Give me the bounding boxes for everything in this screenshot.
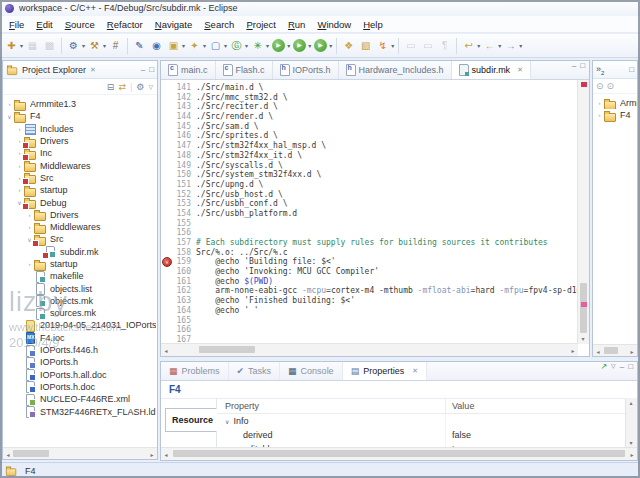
code-line-165[interactable]: 165 [161, 316, 578, 326]
collapsed-arrow-icon[interactable]: › [15, 163, 24, 169]
code-line-151[interactable]: 151./Src/upng.d \ [161, 180, 578, 190]
tree-item-f4[interactable]: ∨F4 [3, 110, 156, 122]
open-in-new-window-button[interactable]: ↗ [600, 362, 607, 380]
scroll-right-icon[interactable]: ▸ [568, 346, 578, 356]
tree-item-nucleo-f446re-xml[interactable]: NUCLEO-F446RE.xml [3, 393, 156, 405]
explorer-horizontal-scrollbar[interactable]: ◂ ▸ [3, 447, 157, 459]
tree-item-sources-mk[interactable]: sources.mk [3, 307, 156, 319]
prev-annotation-button[interactable]: ▭ [419, 36, 436, 56]
code-line-161[interactable]: 161 @echo $(PWD) [161, 277, 578, 287]
collapsed-arrow-icon[interactable]: › [595, 100, 604, 106]
editor-tab-ioports-h[interactable]: hIOPorts.h [273, 61, 339, 79]
tree-item-src[interactable]: ∨Src [3, 233, 156, 245]
minimize-button[interactable]: – [572, 61, 576, 79]
code-line-142[interactable]: 142./Src/mmc_stm32.d \ [161, 93, 578, 103]
code-line-143[interactable]: 143./Src/reciter.d \ [161, 102, 578, 112]
code-line-156[interactable]: 156 [161, 228, 578, 238]
collapsed-arrow-icon[interactable]: › [15, 126, 24, 132]
close-icon[interactable]: ✕ [412, 367, 418, 375]
menu-edit[interactable]: Edit [30, 18, 58, 31]
code-line-159[interactable]: ✕159 @echo 'Building file: $<' [161, 257, 578, 267]
build-button[interactable]: ⚒▾ [86, 36, 107, 56]
code-line-148[interactable]: 148./Src/stm32f4xx_it.d \ [161, 151, 578, 161]
dropdown-arrow-icon[interactable]: ▾ [477, 42, 480, 49]
maximize-button[interactable]: □ [628, 362, 633, 380]
dropdown-arrow-icon[interactable]: ▾ [519, 42, 522, 49]
code-line-160[interactable]: 160 @echo 'Invoking: MCU GCC Compiler' [161, 267, 578, 277]
code-line-147[interactable]: 147./Src/stm32f4xx_hal_msp.d \ [161, 141, 578, 151]
tab-properties[interactable]: ▤Properties✕ [343, 362, 427, 380]
column-property[interactable]: Property [217, 398, 446, 413]
new-c-project-button[interactable]: ▣▾ [165, 36, 186, 56]
tree-item-debug[interactable]: ∨Debug [3, 196, 156, 208]
tree-item-middlewares[interactable]: ›Middlewares [3, 159, 156, 171]
code-line-157[interactable]: 157# Each subdirectory must supply rules… [161, 238, 578, 248]
dropdown-arrow-icon[interactable]: ▾ [498, 42, 501, 49]
stacked-views-indicator[interactable]: »2 [596, 64, 604, 76]
minimize-button[interactable]: – [620, 362, 624, 380]
editor-tab-flash-c[interactable]: cFlash.c [216, 61, 273, 79]
column-value[interactable]: Value [446, 401, 626, 411]
tree-item-includes[interactable]: ›Includes [3, 123, 156, 135]
scroll-left-icon[interactable]: ◂ [161, 450, 171, 460]
editor-horizontal-scrollbar[interactable]: ◂ ▸ [161, 343, 578, 356]
tree-item-armmite1-3[interactable]: ›Armmite1.3 [3, 98, 156, 110]
view-button-icon[interactable]: ⊙ [596, 81, 604, 91]
scroll-right-icon[interactable]: ▸ [147, 450, 157, 460]
menu-file[interactable]: File [3, 18, 30, 31]
stacked-horizontal-scrollbar[interactable]: ◂ ▸ [593, 344, 637, 356]
collapse-all-icon[interactable]: ⊟ [107, 82, 115, 92]
code-line-164[interactable]: 164 @echo ' ' [161, 306, 578, 316]
scroll-right-icon[interactable]: ▸ [627, 450, 637, 460]
next-annotation-button[interactable]: ▭ [402, 36, 419, 56]
scroll-left-icon[interactable]: ◂ [593, 347, 603, 357]
tree-item-startup[interactable]: ›startup [3, 184, 156, 196]
properties-vertical-scrollbar[interactable]: ▴ ▾ [625, 398, 637, 448]
tab-problems[interactable]: ▦Problems [161, 362, 229, 380]
tree-item-ioports-h-all-doc[interactable]: IOPorts.h.all.doc [3, 369, 156, 381]
menu-navigate[interactable]: Navigate [149, 18, 199, 31]
code-line-166[interactable]: 166 [161, 325, 578, 335]
tree-item-src[interactable]: ›Src [3, 172, 156, 184]
tab-resource[interactable]: Resource [165, 408, 217, 432]
dropdown-arrow-icon[interactable]: ▾ [287, 42, 290, 49]
tree-item-objects-mk[interactable]: objects.mk [3, 295, 156, 307]
external-tools-button[interactable]: ▶▾ [312, 36, 333, 56]
collapsed-arrow-icon[interactable]: › [25, 224, 34, 230]
error-icon[interactable]: ✕ [162, 257, 172, 267]
dropdown-arrow-icon[interactable]: ▾ [245, 42, 248, 49]
dropdown-arrow-icon[interactable]: ▾ [82, 42, 85, 49]
maximize-button[interactable]: □ [149, 65, 154, 74]
code-line-162[interactable]: 162 arm-none-eabi-gcc -mcpu=cortex-m4 -m… [161, 286, 578, 296]
code-line-149[interactable]: 149./Src/syscalls.d \ [161, 161, 578, 171]
menu-run[interactable]: Run [282, 18, 311, 31]
stacked-tree-item-f4[interactable]: ›F4 [593, 109, 637, 121]
code-editor[interactable]: 141./Src/main.d \142./Src/mmc_stm32.d \1… [161, 80, 578, 344]
build-all-button[interactable]: ⚙▾ [65, 36, 86, 56]
dropdown-arrow-icon[interactable]: ▾ [266, 42, 269, 49]
view-button-icon[interactable]: ⊙ [607, 81, 615, 91]
code-line-154[interactable]: 154./Src/usbh_platform.d [161, 209, 578, 219]
dropdown-arrow-icon[interactable]: ▾ [329, 42, 332, 49]
tree-item-ioports-h-doc[interactable]: IOPorts.h.doc [3, 381, 156, 393]
tree-item-ioports-f446-h[interactable]: IOPorts.f446.h [3, 344, 156, 356]
tree-item-drivers[interactable]: ›Drivers [3, 135, 156, 147]
new-button[interactable]: ✚▾ [3, 36, 24, 56]
maximize-button[interactable]: □ [629, 65, 634, 74]
pin-editor-button[interactable]: ¶ [436, 36, 453, 56]
link-with-editor-icon[interactable]: ⇄ [118, 82, 126, 92]
menu-window[interactable]: Window [311, 18, 357, 31]
tree-item-subdir-mk[interactable]: subdir.mk [3, 246, 156, 258]
chevron-down-icon[interactable]: ∨ [225, 418, 229, 425]
generate-code-button[interactable]: Ⓖ▾ [228, 36, 249, 56]
scrollbar-thumb[interactable] [173, 450, 625, 457]
property-row-derived[interactable]: derivedfalse [217, 428, 626, 442]
open-type-button[interactable]: ❖ [340, 36, 357, 56]
filters-icon[interactable]: ⚙ [136, 82, 144, 92]
forward-button[interactable]: →▾ [502, 36, 523, 56]
menu-refactor[interactable]: Refactor [101, 18, 149, 31]
code-line-150[interactable]: 150./Src/system_stm32f4xx.d \ [161, 170, 578, 180]
code-line-153[interactable]: 153./Src/usbh_conf.d \ [161, 199, 578, 209]
view-menu-icon[interactable]: ▽ [611, 362, 616, 380]
maximize-button[interactable]: □ [580, 61, 585, 79]
